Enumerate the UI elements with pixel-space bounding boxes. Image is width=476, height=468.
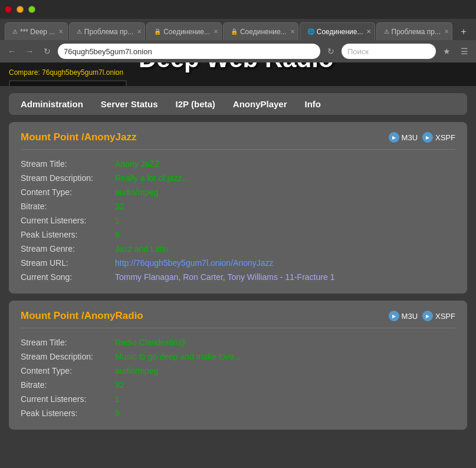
nav-administration[interactable]: Administration xyxy=(21,99,83,109)
jazz-description-value: Really a lot of jazz... xyxy=(115,173,189,183)
radio-current-listeners-row: Current Listeners: 1 xyxy=(21,392,455,406)
tab-1-close[interactable]: ✕ xyxy=(58,28,63,35)
tab-4-close[interactable]: ✕ xyxy=(290,28,295,35)
refresh-button[interactable]: ↻ xyxy=(324,44,338,58)
nav-i2p[interactable]: I2P (beta) xyxy=(176,99,215,109)
m3u-button-radio[interactable]: ▶ M3U xyxy=(389,311,418,321)
radio-peak-listeners-value: 9 xyxy=(115,408,120,418)
mount-point-radio-card: Mount Point /AnonyRadio ▶ M3U ▶ XSPF Str… xyxy=(9,301,467,430)
nav-server-status[interactable]: Server Status xyxy=(101,99,158,109)
tab-2-close[interactable]: ✕ xyxy=(137,28,142,35)
jazz-description-label: Stream Description: xyxy=(21,173,115,183)
window-controls xyxy=(5,6,35,13)
close-button[interactable] xyxy=(5,6,12,13)
jazz-peak-listeners-value: 6 xyxy=(115,230,120,239)
tab-3-label: Соединение... xyxy=(163,28,210,36)
radio-current-listeners-label: Current Listeners: xyxy=(21,394,115,404)
tab-3[interactable]: 🔒 Соединение... ✕ xyxy=(146,22,222,40)
xspf-button-jazz[interactable]: ▶ XSPF xyxy=(422,132,455,143)
jazz-peak-listeners-row: Peak Listeners: 6 xyxy=(21,228,455,242)
tab-1[interactable]: ⚠ *** Deep ... ✕ xyxy=(5,22,68,40)
page-content: Compare: 76qugh5bey5gum7l.onion ★ ★ ★ ★ … xyxy=(0,62,476,468)
site-title: Deep Web Radio xyxy=(139,62,334,73)
jazz-bitrate-row: Bitrate: 32 xyxy=(21,199,455,213)
bookmark-button[interactable]: ★ xyxy=(439,44,454,58)
jazz-current-song-value: Tommy Flanagan, Ron Carter, Tony William… xyxy=(115,272,334,282)
jazz-genre-row: Stream Genre: Jazz and Latin xyxy=(21,242,455,256)
radio-content-type-value: audio/mpeg xyxy=(115,366,158,375)
jazz-current-listeners-label: Current Listeners: xyxy=(21,216,115,225)
mount-point-jazz-card: Mount Point /AnonyJazz ▶ M3U ▶ XSPF Stre… xyxy=(9,122,467,294)
radio-stream-title-label: Stream Title: xyxy=(21,338,115,347)
radio-bitrate-value: 32 xyxy=(115,380,124,390)
tab-3-close[interactable]: ✕ xyxy=(214,28,218,35)
m3u-button-jazz[interactable]: ▶ M3U xyxy=(389,132,418,143)
card-actions-radio: ▶ M3U ▶ XSPF xyxy=(389,311,455,321)
tab-6-close[interactable]: ✕ xyxy=(444,28,449,35)
radio-stream-title-row: Stream Title: Radio Clandestin@ xyxy=(21,335,455,350)
tab-5[interactable]: 🌐 Соединение... ✕ xyxy=(300,22,375,40)
jazz-genre-label: Stream Genre: xyxy=(21,244,115,253)
search-placeholder: Поиск xyxy=(347,47,369,56)
star-3: ★ xyxy=(31,84,40,86)
play-icon-m3u-radio: ▶ xyxy=(389,311,399,321)
jazz-current-song-label: Current Song: xyxy=(21,272,115,282)
nav-bar: ← → ↻ 76qugh5bey5gum7l.onion ↻ Поиск ★ ☰ xyxy=(0,40,476,62)
nav-anonyplayer[interactable]: AnonyPlayer xyxy=(233,99,287,109)
tab-1-label: *** Deep ... xyxy=(20,28,55,36)
minimize-button[interactable] xyxy=(17,6,24,13)
radio-bitrate-label: Bitrate: xyxy=(21,380,115,390)
tabs-bar: ⚠ *** Deep ... ✕ ⚠ Проблема пр... ✕ 🔒 Со… xyxy=(0,19,476,40)
radio-stream-title-value: Radio Clandestin@ xyxy=(115,338,186,347)
search-bar[interactable]: Поиск xyxy=(342,44,436,59)
star-4: ★ xyxy=(41,84,49,86)
jazz-url-value[interactable]: http://76qugh5bey5gum7l.onion/AnonyJazz xyxy=(115,258,274,268)
nav-info[interactable]: Info xyxy=(305,99,321,109)
nav-menu: Administration Server Status I2P (beta) … xyxy=(9,93,467,115)
new-tab-button[interactable]: + xyxy=(456,24,471,40)
radio-description-value: Music to go deep and make love... xyxy=(115,352,241,361)
star-2: ★ xyxy=(22,84,30,86)
radio-description-label: Stream Description: xyxy=(21,352,115,361)
m3u-label-radio: M3U xyxy=(402,312,418,321)
tab-6-label: Проблема пр... xyxy=(392,28,441,36)
jazz-description-row: Stream Description: Really a lot of jazz… xyxy=(21,171,455,185)
card-title-jazz: Mount Point /AnonyJazz xyxy=(21,131,136,143)
jazz-bitrate-label: Bitrate: xyxy=(21,202,115,211)
xspf-button-radio[interactable]: ▶ XSPF xyxy=(422,311,455,321)
card-header-jazz: Mount Point /AnonyJazz ▶ M3U ▶ XSPF xyxy=(21,131,455,150)
forward-button[interactable]: → xyxy=(22,44,37,58)
jazz-genre-value: Jazz and Latin xyxy=(115,244,168,253)
compare-label: Compare: xyxy=(9,68,40,77)
tab-4[interactable]: 🔒 Соединение... ✕ xyxy=(223,22,298,40)
address-bar[interactable]: 76qugh5bey5gum7l.onion xyxy=(58,44,320,59)
globe-icon-5: 🌐 xyxy=(307,28,314,35)
tab-2-label: Проблема пр... xyxy=(84,28,133,36)
jazz-bitrate-value: 32 xyxy=(115,202,124,211)
site-header: Compare: 76qugh5bey5gum7l.onion ★ ★ ★ ★ … xyxy=(0,62,476,86)
tab-2[interactable]: ⚠ Проблема пр... ✕ xyxy=(69,22,145,40)
lock-icon-4: 🔒 xyxy=(231,28,238,35)
back-button[interactable]: ← xyxy=(5,44,19,58)
maximize-button[interactable] xyxy=(28,6,35,13)
jazz-url-label: Stream URL: xyxy=(21,258,115,268)
radio-peak-listeners-row: Peak Listeners: 9 xyxy=(21,406,455,420)
warning-icon-2: ⚠ xyxy=(77,28,82,35)
radio-bitrate-row: Bitrate: 32 xyxy=(21,378,455,392)
tab-5-close[interactable]: ✕ xyxy=(366,28,371,35)
jazz-stream-title-row: Stream Title: Anony JaZZ xyxy=(21,157,455,171)
site-logo: ★ ★ ★ ★ ★ You could be redirected here v… xyxy=(9,80,127,86)
reload-button[interactable]: ↻ xyxy=(40,44,54,58)
jazz-stream-title-label: Stream Title: xyxy=(21,159,115,169)
jazz-content-type-row: Content Type: audio/mpeg xyxy=(21,185,455,199)
menu-button[interactable]: ☰ xyxy=(457,44,471,58)
jazz-current-song-row: Current Song: Tommy Flanagan, Ron Carter… xyxy=(21,270,455,284)
card-header-radio: Mount Point /AnonyRadio ▶ M3U ▶ XSPF xyxy=(21,310,455,328)
radio-content-type-label: Content Type: xyxy=(21,366,115,375)
tab-6[interactable]: ⚠ Проблема пр... ✕ xyxy=(376,22,452,40)
warning-icon-1: ⚠ xyxy=(12,28,18,35)
play-icon-xspf-radio: ▶ xyxy=(422,311,433,321)
compare-url: 76qugh5bey5gum7l.onion xyxy=(42,68,123,77)
address-text: 76qugh5bey5gum7l.onion xyxy=(64,47,152,56)
tab-5-label: Соединение... xyxy=(317,28,363,36)
